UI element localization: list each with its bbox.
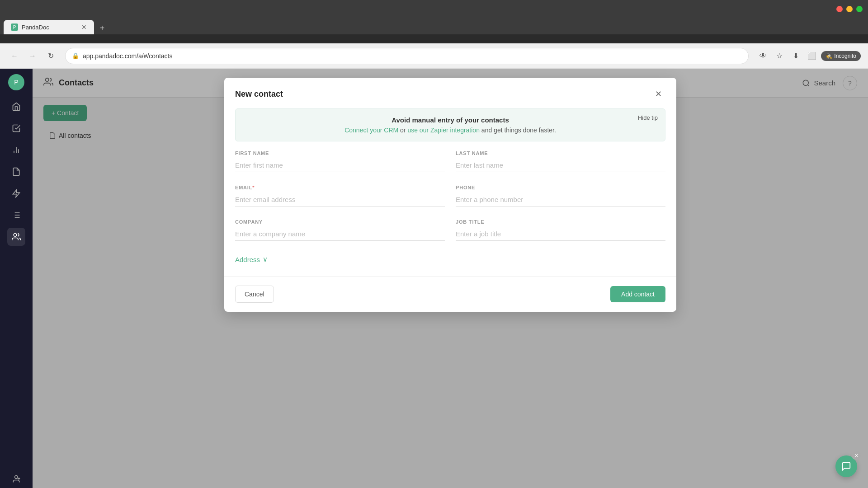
address-bar[interactable]: 🔒 app.pandadoc.com/a/#/contacts (65, 48, 749, 64)
pandadoc-favicon: P (11, 23, 18, 31)
incognito-label: Incognito (834, 53, 856, 59)
sidebar-item-home[interactable] (7, 98, 25, 116)
svg-point-10 (14, 234, 17, 237)
zapier-link[interactable]: use our Zapier integration (407, 127, 480, 134)
job-title-label: JOB TITLE (456, 219, 665, 225)
tip-banner: Hide tip Avoid manual entry of your cont… (235, 108, 665, 141)
lock-icon: 🔒 (72, 52, 79, 59)
extensions-button[interactable]: ⬜ (805, 49, 819, 63)
sidebar-item-contacts[interactable] (7, 228, 25, 246)
minimize-window-button[interactable] (846, 6, 853, 12)
active-tab[interactable]: P PandaDoc ✕ (4, 20, 94, 34)
email-field: EMAIL* (235, 185, 445, 206)
email-input[interactable] (235, 193, 445, 206)
modal-overlay: New contact ✕ Hide tip Avoid manual entr… (33, 69, 868, 488)
sidebar-item-add-user[interactable] (7, 470, 25, 488)
name-row: FIRST NAME LAST NAME (235, 150, 665, 172)
chat-close-button[interactable]: ✕ (852, 451, 861, 460)
modal-header: New contact ✕ (224, 78, 676, 108)
org-avatar[interactable]: P (8, 74, 24, 90)
add-contact-submit-button[interactable]: Add contact (610, 286, 665, 302)
phone-input[interactable] (456, 193, 665, 206)
tip-after-text: and get things done faster. (480, 127, 556, 134)
chevron-down-icon: ∨ (263, 255, 268, 263)
maximize-window-button[interactable] (856, 6, 863, 12)
incognito-icon: 🕵 (826, 53, 832, 59)
hide-tip-button[interactable]: Hide tip (638, 114, 658, 121)
email-phone-row: EMAIL* PHONE (235, 185, 665, 206)
app-area: P (0, 69, 868, 488)
phone-label: PHONE (456, 185, 665, 190)
cancel-button[interactable]: Cancel (235, 286, 274, 303)
company-label: COMPANY (235, 219, 445, 225)
job-title-input[interactable] (456, 227, 665, 241)
new-tab-button[interactable]: + (96, 22, 108, 34)
phone-field: PHONE (456, 185, 665, 206)
tip-description: Connect your CRM or use our Zapier integ… (245, 127, 656, 134)
browser-actions: 👁 ☆ ⬇ ⬜ 🕵 Incognito (756, 49, 861, 63)
download-button[interactable]: ⬇ (788, 49, 803, 63)
first-name-label: FIRST NAME (235, 150, 445, 156)
new-contact-modal: New contact ✕ Hide tip Avoid manual entr… (224, 78, 676, 312)
tab-close-button[interactable]: ✕ (81, 23, 87, 31)
sidebar-item-tasks[interactable] (7, 119, 25, 137)
modal-title: New contact (235, 89, 283, 99)
browser-tabs: P PandaDoc ✕ + (0, 18, 868, 34)
company-jobtitle-row: COMPANY JOB TITLE (235, 219, 665, 241)
browser-titlebar (0, 0, 868, 18)
first-name-field: FIRST NAME (235, 150, 445, 172)
contact-form: FIRST NAME LAST NAME EMAIL* (224, 150, 676, 276)
first-name-input[interactable] (235, 159, 445, 172)
sidebar-bottom: U (7, 470, 25, 488)
tip-headline: Avoid manual entry of your contacts (245, 116, 656, 124)
sidebar-item-documents[interactable] (7, 163, 25, 181)
back-button[interactable]: ← (7, 49, 22, 63)
sidebar-item-templates[interactable] (7, 206, 25, 224)
job-title-field: JOB TITLE (456, 219, 665, 241)
eye-slash-icon[interactable]: 👁 (756, 49, 770, 63)
bookmark-button[interactable]: ☆ (772, 49, 787, 63)
sidebar-item-lightning[interactable] (7, 184, 25, 202)
refresh-button[interactable]: ↻ (43, 49, 58, 63)
titlebar-controls (836, 6, 863, 12)
email-required-marker: * (252, 185, 255, 190)
hide-tip-label: Hide tip (638, 114, 658, 121)
company-input[interactable] (235, 227, 445, 241)
address-toggle-label: Address (235, 256, 260, 263)
svg-point-11 (15, 476, 18, 479)
sidebar: P (0, 69, 33, 488)
forward-button[interactable]: → (25, 49, 40, 63)
email-label: EMAIL* (235, 185, 445, 190)
last-name-input[interactable] (456, 159, 665, 172)
email-label-text: EMAIL (235, 185, 252, 190)
svg-marker-3 (13, 190, 20, 197)
crm-link[interactable]: Connect your CRM (344, 127, 398, 134)
tip-or-text: or (398, 127, 407, 134)
company-field: COMPANY (235, 219, 445, 241)
last-name-label: LAST NAME (456, 150, 665, 156)
modal-footer: Cancel Add contact (224, 276, 676, 312)
content-area: Contacts Search ? + Contact (33, 69, 868, 488)
address-toggle-button[interactable]: Address ∨ (235, 253, 268, 265)
incognito-badge: 🕵 Incognito (821, 51, 861, 61)
browser-toolbar: ← → ↻ 🔒 app.pandadoc.com/a/#/contacts 👁 … (0, 43, 868, 69)
address-text: app.pandadoc.com/a/#/contacts (83, 52, 172, 60)
close-window-button[interactable] (836, 6, 843, 12)
close-icon: ✕ (655, 89, 662, 99)
last-name-field: LAST NAME (456, 150, 665, 172)
browser-chrome: P PandaDoc ✕ + (0, 0, 868, 43)
tab-title: PandaDoc (22, 24, 49, 31)
sidebar-item-analytics[interactable] (7, 141, 25, 159)
modal-close-button[interactable]: ✕ (651, 87, 665, 101)
